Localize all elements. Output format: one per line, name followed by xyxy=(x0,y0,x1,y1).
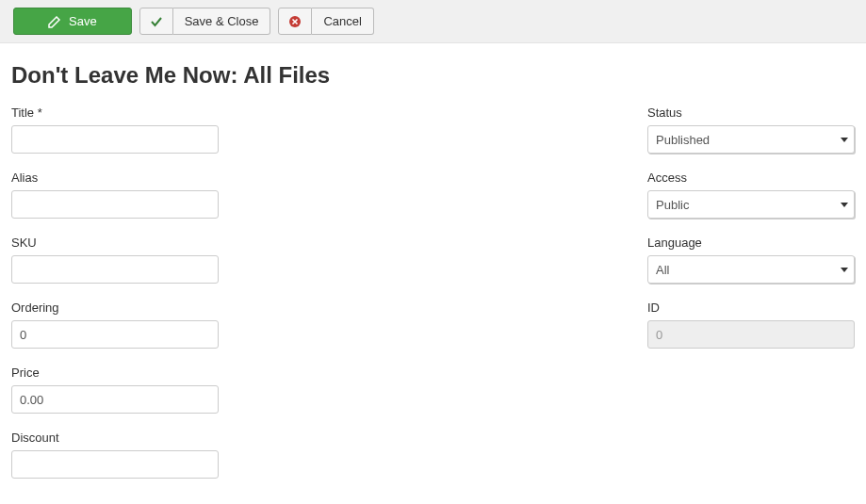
field-discount: Discount xyxy=(11,431,219,479)
form-columns: Title * Alias SKU Ordering Price Discoun xyxy=(11,106,855,496)
sku-input[interactable] xyxy=(11,255,219,284)
save-close-button[interactable]: Save & Close xyxy=(173,8,271,35)
access-label: Access xyxy=(647,171,855,185)
form-right-column: Status Published Access Public Language … xyxy=(647,106,855,496)
cancel-label: Cancel xyxy=(323,14,361,28)
close-icon xyxy=(288,15,302,28)
field-status: Status Published xyxy=(647,106,855,154)
status-select[interactable]: Published xyxy=(647,125,855,154)
field-id: ID xyxy=(647,301,855,349)
price-label: Price xyxy=(11,366,219,380)
save-button-label: Save xyxy=(69,14,97,28)
title-label: Title * xyxy=(11,106,219,120)
access-select[interactable]: Public xyxy=(647,190,855,219)
status-label: Status xyxy=(647,106,855,120)
save-close-icon-button[interactable] xyxy=(139,8,173,35)
ordering-input[interactable] xyxy=(11,320,219,349)
content: Don't Leave Me Now: All Files Title * Al… xyxy=(0,43,866,504)
price-input[interactable] xyxy=(11,385,219,414)
field-access: Access Public xyxy=(647,171,855,219)
save-button[interactable]: Save xyxy=(13,8,132,35)
form-left-column: Title * Alias SKU Ordering Price Discoun xyxy=(11,106,219,496)
field-alias: Alias xyxy=(11,171,219,219)
cancel-group: Cancel xyxy=(278,8,373,35)
discount-input[interactable] xyxy=(11,450,219,479)
title-input[interactable] xyxy=(11,125,219,154)
language-select[interactable]: All xyxy=(647,255,855,284)
field-title: Title * xyxy=(11,106,219,154)
cancel-icon-button[interactable] xyxy=(278,8,312,35)
save-close-label: Save & Close xyxy=(185,14,259,28)
field-sku: SKU xyxy=(11,236,219,284)
alias-input[interactable] xyxy=(11,190,219,219)
field-price: Price xyxy=(11,366,219,414)
id-label: ID xyxy=(647,301,855,315)
page-title: Don't Leave Me Now: All Files xyxy=(11,62,855,89)
sku-label: SKU xyxy=(11,236,219,250)
check-icon xyxy=(150,15,163,28)
id-input xyxy=(647,320,855,349)
ordering-label: Ordering xyxy=(11,301,219,315)
language-label: Language xyxy=(647,236,855,250)
alias-label: Alias xyxy=(11,171,219,185)
toolbar: Save Save & Close Cancel xyxy=(0,0,866,43)
pencil-icon xyxy=(48,15,61,28)
save-close-group: Save & Close xyxy=(139,8,271,35)
field-ordering: Ordering xyxy=(11,301,219,349)
discount-label: Discount xyxy=(11,431,219,445)
field-language: Language All xyxy=(647,236,855,284)
cancel-button[interactable]: Cancel xyxy=(312,8,373,35)
